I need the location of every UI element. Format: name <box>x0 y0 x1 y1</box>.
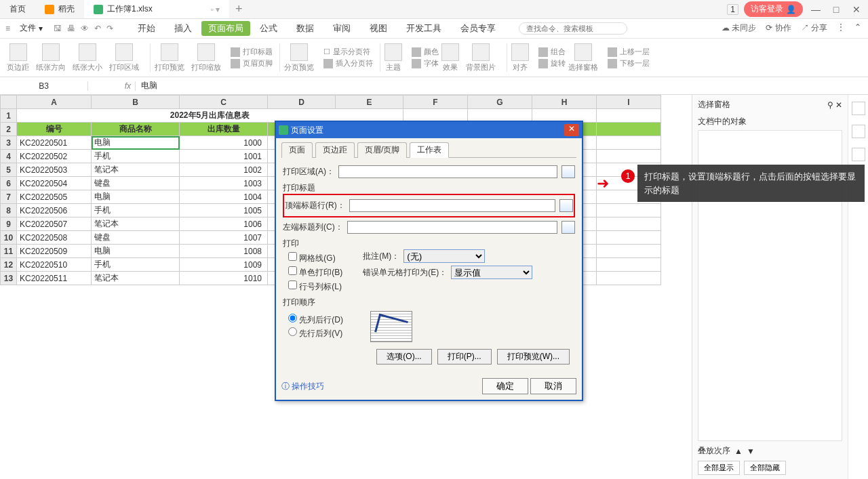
ribbon-align[interactable]: 对齐 <box>511 43 529 72</box>
tab-menu-icon[interactable]: ▫ ▾ <box>211 5 220 14</box>
menu-view[interactable]: 视图 <box>360 22 397 35</box>
check-gridlines[interactable]: 网格线(G) <box>288 252 342 264</box>
name-box[interactable]: B3 <box>0 81 88 91</box>
row-header[interactable]: 5 <box>1 163 17 177</box>
dialog-close-button[interactable]: ✕ <box>564 124 579 136</box>
print-button[interactable]: 打印(P)... <box>437 349 492 365</box>
radio-over-down[interactable]: 先行后列(V) <box>288 327 343 339</box>
row-header[interactable]: 2 <box>1 123 17 136</box>
ribbon-orientation[interactable]: 纸张方向 <box>36 43 66 72</box>
rail-icon-3[interactable] <box>852 148 865 161</box>
ribbon-send-backward[interactable]: 下移一层 <box>605 58 652 68</box>
row-header[interactable]: 9 <box>1 217 17 231</box>
badge-icon[interactable]: 1 <box>727 4 738 15</box>
save-icon[interactable]: 🖫 <box>54 24 62 33</box>
check-mono[interactable]: 单色打印(B) <box>288 266 342 278</box>
ribbon-theme[interactable]: 主题 <box>384 43 402 72</box>
menu-review[interactable]: 审阅 <box>323 22 360 35</box>
top-rows-picker[interactable] <box>559 199 573 212</box>
ribbon-bring-forward[interactable]: 上移一层 <box>605 47 652 57</box>
cell[interactable]: KC20220502 <box>17 150 92 163</box>
cell[interactable]: 1006 <box>180 217 268 231</box>
ribbon-print-preview[interactable]: 打印预览 <box>155 43 184 72</box>
cell[interactable]: 电脑 <box>92 245 180 258</box>
ribbon-fonts[interactable]: 字体 <box>409 58 441 68</box>
pin-icon[interactable]: ⚲ <box>827 100 833 110</box>
cell[interactable]: KC20220504 <box>17 177 92 190</box>
col-header[interactable]: H <box>532 96 597 109</box>
left-cols-input[interactable] <box>347 221 557 234</box>
rail-icon-2[interactable] <box>852 125 865 138</box>
menu-insert[interactable]: 插入 <box>165 22 201 35</box>
collab-button[interactable]: ⟳ 协作 <box>766 22 791 34</box>
menu-start[interactable]: 开始 <box>128 22 165 35</box>
file-menu[interactable]: 文件▾ <box>14 22 48 34</box>
row-header[interactable]: 1 <box>1 109 17 123</box>
row-header[interactable]: 6 <box>1 177 17 190</box>
row-header[interactable]: 12 <box>1 258 17 272</box>
ribbon-rotate[interactable]: 旋转 <box>536 58 568 68</box>
hide-all-button[interactable]: 全部隐藏 <box>744 461 786 475</box>
formula-value[interactable]: 电脑 <box>136 80 157 91</box>
ribbon-show-breaks[interactable]: ☐ 显示分页符 <box>321 47 376 57</box>
preview-icon[interactable]: 👁 <box>81 24 89 33</box>
cell[interactable]: 手机 <box>92 150 180 163</box>
print-icon[interactable]: 🖶 <box>67 24 75 33</box>
col-header[interactable]: B <box>92 96 180 109</box>
row-header[interactable]: 3 <box>1 136 17 150</box>
cell[interactable]: 手机 <box>92 258 180 272</box>
tips-link[interactable]: ⓘ 操作技巧 <box>281 381 324 392</box>
menu-dev[interactable]: 开发工具 <box>397 22 451 35</box>
redo-icon[interactable]: ↷ <box>106 24 113 33</box>
col-header[interactable]: E <box>336 96 403 109</box>
print-area-input[interactable] <box>338 165 557 178</box>
menu-page-layout[interactable]: 页面布局 <box>201 21 250 36</box>
cell[interactable]: KC20220508 <box>17 231 92 245</box>
menu-formula[interactable]: 公式 <box>250 22 287 35</box>
fx-icon[interactable]: fx <box>88 81 136 91</box>
row-header[interactable]: 7 <box>1 190 17 204</box>
col-header[interactable]: D <box>268 96 336 109</box>
tab-docer[interactable]: 稻壳 <box>35 0 84 18</box>
ribbon-colors[interactable]: 颜色 <box>409 47 441 57</box>
errors-select[interactable]: 显示值 <box>451 266 532 279</box>
cell[interactable]: 1000 <box>180 136 268 150</box>
row-header[interactable]: 13 <box>1 272 17 285</box>
dialog-tab-sheet[interactable]: 工作表 <box>410 142 449 158</box>
left-cols-picker[interactable] <box>561 221 575 234</box>
collapse-ribbon-icon[interactable]: ⌃ <box>854 22 861 34</box>
cell[interactable]: 电脑 <box>92 190 180 204</box>
sync-status[interactable]: ☁ 未同步 <box>722 22 756 34</box>
cell[interactable]: 1004 <box>180 190 268 204</box>
login-button[interactable]: 访客登录👤 <box>744 1 803 17</box>
cell[interactable]: 1005 <box>180 204 268 217</box>
close-pane-icon[interactable]: ✕ <box>835 100 842 110</box>
col-header[interactable]: G <box>468 96 532 109</box>
cell[interactable]: KC20220510 <box>17 258 92 272</box>
cell[interactable]: KC20220506 <box>17 204 92 217</box>
cell[interactable]: KC20220501 <box>17 136 92 150</box>
top-rows-input[interactable] <box>349 199 555 212</box>
cell[interactable]: KC20220505 <box>17 190 92 204</box>
menu-data[interactable]: 数据 <box>287 22 323 35</box>
ribbon-print-titles[interactable]: 打印标题 <box>228 47 275 57</box>
row-header[interactable]: 8 <box>1 204 17 217</box>
show-all-button[interactable]: 全部显示 <box>698 461 740 475</box>
cell[interactable]: 1010 <box>180 272 268 285</box>
ribbon-header-footer[interactable]: 页眉页脚 <box>228 58 275 68</box>
cell[interactable]: 1003 <box>180 177 268 190</box>
share-button[interactable]: ↗ 分享 <box>801 22 827 34</box>
cell[interactable]: 键盘 <box>92 231 180 245</box>
cell[interactable]: 1001 <box>180 150 268 163</box>
check-rowcol[interactable]: 行号列标(L) <box>288 280 342 293</box>
col-header[interactable]: A <box>17 96 92 109</box>
tab-home[interactable]: 首页 <box>0 0 35 18</box>
cell[interactable]: KC20220507 <box>17 217 92 231</box>
ribbon-print-area[interactable]: 打印区域 <box>109 43 139 72</box>
radio-down-over[interactable]: 先列后行(D) <box>288 314 343 326</box>
more-icon[interactable]: ⋮ <box>837 22 845 34</box>
ribbon-margins[interactable]: 页边距 <box>7 43 29 72</box>
cell[interactable]: 手机 <box>92 204 180 217</box>
ribbon-insert-break[interactable]: 插入分页符 <box>321 58 376 68</box>
cell[interactable]: 键盘 <box>92 177 180 190</box>
